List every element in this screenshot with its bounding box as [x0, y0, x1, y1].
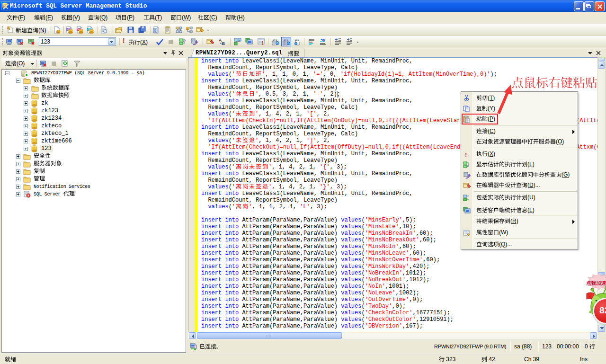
svg-text:!: ! — [262, 41, 263, 46]
svg-text:A: A — [219, 38, 222, 43]
svg-text:101: 101 — [273, 38, 277, 41]
svg-text:!: ! — [465, 151, 467, 158]
svg-text:101: 101 — [284, 38, 288, 41]
